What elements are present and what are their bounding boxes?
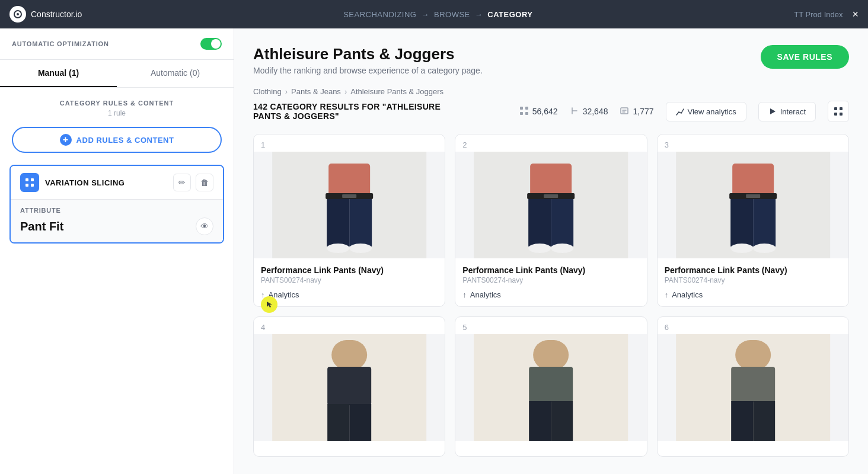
auto-opt-label: AUTOMATIC OPTIMIZATION [12, 40, 109, 47]
product-analytics-1[interactable]: ↑ Analytics [261, 290, 438, 299]
rule-card: VARIATION SLICING ✏ 🗑 ATTRIBUTE Pant Fit… [9, 165, 224, 244]
svg-rect-25 [544, 194, 558, 198]
results-bar: 142 CATEGORY RESULTS FOR "ATHLEISURE PAN… [253, 101, 849, 122]
product-card-3: 3 Performance Link Pants (Navy) [657, 134, 849, 307]
svg-rect-42 [731, 367, 775, 402]
product-image-6 [658, 334, 848, 441]
index-label: TT Prod Index [794, 10, 843, 19]
svg-point-27 [551, 244, 573, 253]
breadcrumb-pants[interactable]: Pants & Jeans [291, 87, 341, 96]
main-content: Athleisure Pants & Joggers Modify the ra… [234, 28, 868, 474]
svg-rect-5 [31, 184, 34, 187]
nav-breadcrumb: SEARCHANDIZING → BROWSE → CATEGORY [343, 10, 532, 19]
add-rules-button[interactable]: + ADD RULES & CONTENT [12, 127, 222, 153]
rule-card-actions: ✏ 🗑 [173, 174, 213, 191]
view-analytics-button[interactable]: View analytics [666, 102, 746, 121]
product-grid: 1 [253, 134, 849, 457]
product-name-2: Performance Link Pants (Navy) [462, 265, 639, 275]
svg-point-33 [753, 244, 776, 253]
svg-rect-12 [834, 107, 837, 110]
breadcrumb-sep-1: › [285, 87, 288, 96]
analytics-icon-1: ↑ [261, 290, 265, 299]
app-name: Constructor.io [31, 9, 82, 19]
grid-view-button[interactable] [828, 101, 849, 122]
product-analytics-3[interactable]: ↑ Analytics [665, 290, 841, 299]
save-rules-button[interactable]: SAVE RULES [761, 45, 849, 69]
nav-category[interactable]: CATEGORY [487, 10, 532, 19]
svg-rect-7 [525, 107, 528, 110]
svg-point-21 [349, 244, 372, 253]
svg-rect-15 [840, 113, 843, 116]
product-info-1: Performance Link Pants (Navy) PANTS00274… [254, 258, 445, 306]
nav-arrow-2: → [475, 10, 483, 19]
product-position-1: 1 [254, 134, 445, 152]
svg-rect-10 [621, 108, 628, 114]
orders-icon [620, 106, 629, 117]
nav-right: TT Prod Index × [794, 9, 859, 20]
attribute-value-row: Pant Fit 👁 [20, 217, 213, 235]
breadcrumb-sep-2: › [344, 87, 347, 96]
svg-rect-39 [529, 367, 573, 402]
auto-opt-toggle[interactable] [200, 38, 222, 50]
svg-rect-23 [530, 164, 572, 196]
product-image-2 [455, 152, 646, 258]
product-position-2: 2 [455, 134, 646, 152]
stat-views-value: 56,642 [532, 107, 558, 116]
svg-rect-14 [834, 113, 837, 116]
stat-clicks: 32,648 [570, 106, 608, 117]
tab-manual[interactable]: Manual (1) [0, 60, 117, 87]
breadcrumb-clothing[interactable]: Clothing [253, 87, 282, 96]
auto-optimization-bar: AUTOMATIC OPTIMIZATION [0, 28, 234, 60]
views-icon [519, 106, 529, 117]
product-analytics-2[interactable]: ↑ Analytics [462, 290, 639, 299]
svg-rect-41 [735, 340, 771, 370]
interact-label: Interact [780, 107, 806, 116]
sidebar-tabs: Manual (1) Automatic (0) [0, 60, 234, 88]
svg-rect-2 [25, 178, 28, 181]
svg-rect-36 [327, 367, 371, 405]
svg-rect-19 [342, 194, 356, 198]
svg-rect-6 [520, 107, 523, 110]
stat-orders: 1,777 [620, 106, 653, 117]
nav-arrow-1: → [421, 10, 429, 19]
app-logo[interactable]: Constructor.io [9, 6, 82, 23]
rule-edit-button[interactable]: ✏ [173, 174, 191, 191]
nav-browse[interactable]: BROWSE [434, 10, 470, 19]
page-subtitle: Modify the ranking and browse experience… [253, 66, 483, 75]
section-title: CATEGORY RULES & CONTENT [12, 100, 222, 107]
svg-point-26 [528, 244, 551, 253]
view-analytics-label: View analytics [688, 107, 736, 116]
breadcrumb-current: Athleisure Pants & Joggers [350, 87, 443, 96]
content-breadcrumb: Clothing › Pants & Jeans › Athleisure Pa… [253, 87, 849, 96]
add-rules-label: ADD RULES & CONTENT [76, 136, 174, 145]
tab-automatic[interactable]: Automatic (0) [117, 60, 234, 87]
stat-clicks-value: 32,648 [583, 107, 608, 116]
rule-card-left: VARIATION SLICING [20, 173, 125, 192]
product-info-4 [254, 441, 445, 456]
svg-rect-38 [533, 340, 569, 370]
product-card-2: 2 Performance Link Pants (Navy) [455, 134, 647, 307]
results-text: 142 CATEGORY RESULTS FOR "ATHLEISURE PAN… [253, 102, 455, 121]
attribute-value: Pant Fit [20, 220, 63, 233]
product-image-3 [658, 152, 848, 258]
sidebar: AUTOMATIC OPTIMIZATION Manual (1) Automa… [0, 28, 234, 474]
attribute-label: ATTRIBUTE [20, 207, 213, 214]
product-info-2: Performance Link Pants (Navy) PANTS00274… [455, 258, 646, 306]
page-header-left: Athleisure Pants & Joggers Modify the ra… [253, 45, 483, 75]
attribute-visibility-button[interactable]: 👁 [196, 217, 213, 235]
interact-button[interactable]: Interact [758, 102, 816, 121]
rule-title: VARIATION SLICING [45, 178, 125, 187]
svg-rect-13 [840, 107, 843, 110]
close-button[interactable]: × [852, 9, 859, 20]
product-position-6: 6 [658, 317, 848, 334]
svg-rect-8 [520, 112, 523, 115]
clicks-icon [570, 106, 579, 117]
product-card-6: 6 [657, 316, 849, 457]
rule-delete-button[interactable]: 🗑 [196, 174, 213, 191]
svg-rect-9 [525, 112, 528, 115]
product-info-3: Performance Link Pants (Navy) PANTS00274… [658, 258, 848, 306]
rule-card-body: ATTRIBUTE Pant Fit 👁 [11, 199, 223, 242]
product-image-4 [254, 334, 445, 441]
nav-searchandizing[interactable]: SEARCHANDIZING [343, 10, 416, 19]
plus-icon: + [60, 134, 72, 146]
